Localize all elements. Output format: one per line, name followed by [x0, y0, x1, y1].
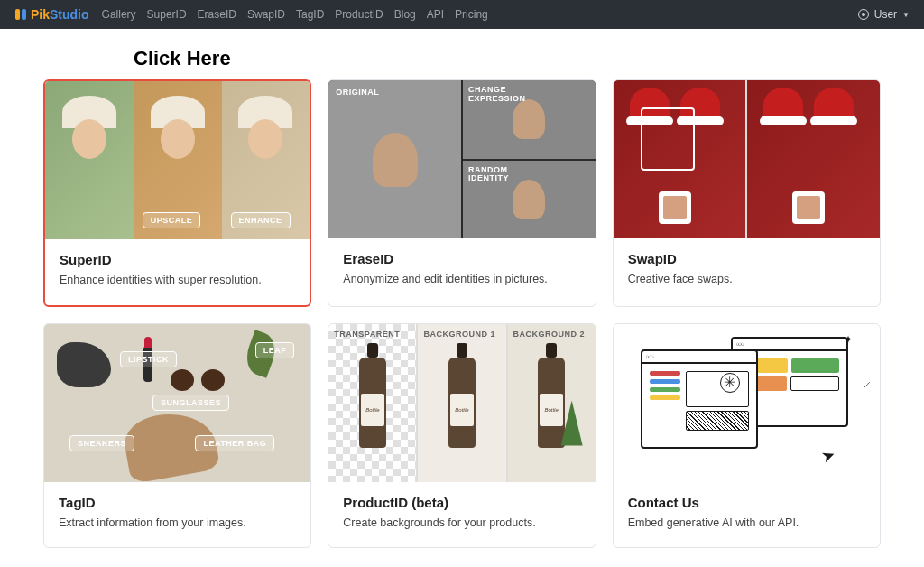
card-eraseid-desc: Anonymize and edit identities in picture…	[343, 272, 580, 288]
card-superid[interactable]: UPSCALE ENHANCE SuperID Enhance identiti…	[43, 79, 311, 307]
card-grid: UPSCALE ENHANCE SuperID Enhance identiti…	[43, 79, 881, 548]
label-random: RANDOM IDENTITY	[468, 166, 509, 184]
svg-rect-1	[22, 9, 26, 20]
navbar: PikStudio Gallery SuperID EraseID SwapID…	[0, 0, 924, 29]
nav-links: Gallery SuperID EraseID SwapID TagID Pro…	[102, 8, 488, 21]
nav-link-gallery[interactable]: Gallery	[102, 8, 136, 21]
nav-link-tagid[interactable]: TagID	[296, 8, 324, 21]
label-lipstick: LIPSTICK	[120, 351, 177, 367]
logo-icon	[14, 8, 27, 21]
card-eraseid[interactable]: ORIGINAL CHANGE EXPRESSION RANDOM IDENTI…	[328, 79, 596, 307]
card-tagid-image: LIPSTICK LEAF SUNGLASSES SNEAKERS LEATHE…	[44, 324, 310, 482]
card-tagid[interactable]: LIPSTICK LEAF SUNGLASSES SNEAKERS LEATHE…	[43, 323, 311, 549]
card-tagid-desc: Extract information from your images.	[59, 516, 296, 532]
label-leaf: LEAF	[255, 342, 295, 358]
label-bg1: BACKGROUND 1	[423, 330, 495, 339]
label-original: ORIGINAL	[336, 88, 379, 97]
card-eraseid-title: EraseID	[343, 251, 580, 266]
card-productid-desc: Create backgrounds for your products.	[343, 516, 580, 532]
svg-rect-0	[15, 9, 20, 20]
card-swapid-image	[614, 80, 880, 238]
user-icon	[858, 9, 869, 20]
logo-text-2: Studio	[50, 7, 89, 22]
logo[interactable]: PikStudio	[14, 7, 89, 22]
content: Click Here UPSCALE ENHANCE SuperID Enhan…	[0, 29, 924, 566]
logo-text-1: Pik	[31, 7, 50, 22]
nav-link-superid[interactable]: SuperID	[147, 8, 187, 21]
card-contact-title: Contact Us	[628, 495, 865, 510]
nav-link-productid[interactable]: ProductID	[335, 8, 383, 21]
nav-link-eraseid[interactable]: EraseID	[198, 8, 236, 21]
label-sunglasses: SUNGLASSES	[152, 395, 229, 411]
card-eraseid-image: ORIGINAL CHANGE EXPRESSION RANDOM IDENTI…	[328, 80, 595, 238]
card-swapid-desc: Creative face swaps.	[628, 272, 865, 288]
card-tagid-title: TagID	[59, 495, 296, 510]
nav-link-pricing[interactable]: Pricing	[455, 8, 488, 21]
label-bg2: BACKGROUND 2	[513, 330, 586, 339]
card-productid-image: TRANSPARENT BACKGROUND 1 BACKGROUND 2	[328, 324, 595, 482]
click-here-heading: Click Here	[134, 47, 881, 70]
card-superid-desc: Enhance identities with super resolution…	[60, 273, 295, 289]
card-contact-desc: Embed generative AI with our API.	[628, 516, 865, 532]
cursor-icon: ➤	[818, 444, 838, 468]
nav-link-swapid[interactable]: SwapID	[247, 8, 285, 21]
user-menu[interactable]: User ▼	[858, 8, 910, 21]
card-superid-title: SuperID	[60, 252, 295, 267]
caret-down-icon: ▼	[902, 11, 910, 19]
card-productid[interactable]: TRANSPARENT BACKGROUND 1 BACKGROUND 2 Pr…	[328, 323, 596, 549]
card-contact[interactable]: ➤ ✦ ⟋ Contact Us Embed generative AI wit…	[613, 323, 881, 549]
label-change: CHANGE EXPRESSION	[468, 86, 526, 104]
label-upscale: UPSCALE	[143, 212, 201, 228]
label-bag: LEATHER BAG	[195, 435, 274, 451]
card-superid-image: UPSCALE ENHANCE	[45, 81, 310, 239]
label-enhance: ENHANCE	[231, 212, 291, 228]
label-transparent: TRANSPARENT	[334, 330, 400, 339]
card-swapid-title: SwapID	[628, 251, 865, 266]
card-swapid[interactable]: SwapID Creative face swaps.	[613, 79, 881, 307]
user-label: User	[874, 8, 897, 21]
navbar-left: PikStudio Gallery SuperID EraseID SwapID…	[14, 7, 488, 22]
card-productid-title: ProductID (beta)	[343, 495, 580, 510]
label-sneakers: SNEAKERS	[69, 435, 134, 451]
nav-link-api[interactable]: API	[427, 8, 444, 21]
nav-link-blog[interactable]: Blog	[394, 8, 416, 21]
card-contact-image: ➤ ✦ ⟋	[614, 324, 880, 482]
